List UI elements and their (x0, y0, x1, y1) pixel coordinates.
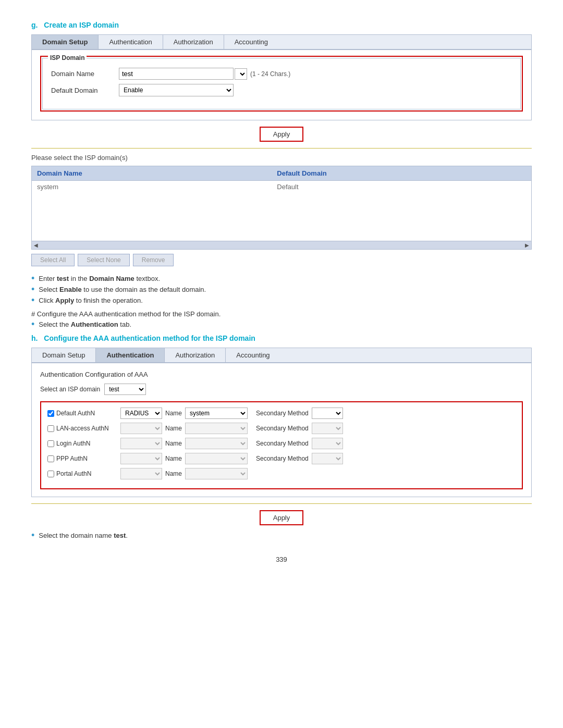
portal-authn-name-label: Name (165, 470, 182, 477)
ppp-authn-method-select[interactable] (120, 453, 162, 464)
bullet-dot-2: • (31, 285, 34, 294)
divider-bottom (31, 503, 532, 504)
lan-authn-name-select[interactable] (185, 423, 248, 434)
ppp-secondary-label: Secondary Method (256, 455, 309, 462)
instruction-text: Please select the ISP domain(s) (31, 154, 532, 162)
login-authn-name-label: Name (165, 440, 182, 447)
table-header-row: Domain Name Default Domain (32, 166, 531, 181)
bullet-dot-h1: • (31, 530, 34, 540)
lan-authn-method-select[interactable] (120, 423, 162, 434)
table-row-empty-3 (32, 217, 531, 229)
isp-domain-panel: ISP Domain Domain Name ▼ (1 - 24 Chars.)… (31, 50, 532, 120)
tab-domain-setup-top[interactable]: Domain Setup (32, 35, 99, 49)
bullet-g-1-text: Enter test in the Domain Name textbox. (39, 275, 160, 282)
ppp-authn-checkbox-label: PPP AuthN (47, 455, 120, 462)
tab-bar-h: Domain Setup Authentication Authorizatio… (31, 348, 532, 363)
section-h-heading: h. Configure the AAA authentication meth… (31, 334, 532, 342)
domain-name-hint: (1 - 24 Chars.) (250, 70, 290, 78)
section-h-letter: h. (31, 334, 38, 342)
login-secondary-select[interactable] (312, 438, 343, 449)
lan-secondary-select[interactable] (312, 423, 343, 434)
bullet-g-3: • Click Apply to finish the operation. (31, 297, 532, 305)
tab-accounting-h[interactable]: Accounting (226, 348, 280, 362)
apply-button-top[interactable]: Apply (260, 127, 304, 142)
default-authn-method-select[interactable]: RADIUS (120, 408, 162, 419)
scroll-bar[interactable]: ◀ ▶ (32, 241, 531, 249)
cell-default-domain: Default (272, 181, 531, 193)
lan-authn-label: LAN-access AuthN (56, 425, 109, 432)
cell-domain-name: system (32, 181, 272, 193)
scroll-left-arrow[interactable]: ◀ (34, 242, 38, 248)
lan-authn-checkbox[interactable] (47, 425, 54, 432)
bullet-g-2: • Select Enable to use the domain as the… (31, 286, 532, 294)
tab-domain-setup-h[interactable]: Domain Setup (32, 348, 96, 362)
portal-authn-checkbox[interactable] (47, 471, 54, 477)
default-domain-row: Default Domain Enable Disable (51, 84, 512, 96)
isp-domain-fieldset: ISP Domain Domain Name ▼ (1 - 24 Chars.)… (42, 58, 521, 109)
default-authn-checkbox[interactable] (47, 410, 54, 417)
domain-table-scroll[interactable]: Domain Name Default Domain system Defaul… (32, 166, 531, 241)
default-secondary-label: Secondary Method (256, 410, 309, 417)
tab-authentication-h[interactable]: Authentication (96, 348, 165, 362)
bullet-dot-1: • (31, 274, 34, 283)
table-row[interactable]: system Default (32, 181, 531, 193)
section-h-title: Configure the AAA authentication method … (44, 334, 255, 342)
aaa-form-panel: Authentication Configuration of AAA Sele… (31, 363, 532, 497)
col-domain-name: Domain Name (32, 166, 272, 181)
table-row-empty-4 (32, 229, 531, 241)
domain-name-row: Domain Name ▼ (1 - 24 Chars.) (51, 68, 512, 80)
login-authn-checkbox-label: Login AuthN (47, 440, 120, 447)
aaa-row-portal: Portal AuthN Name (47, 468, 516, 479)
bullet-dot-3: • (31, 295, 34, 305)
default-secondary-select[interactable] (312, 408, 343, 419)
login-authn-checkbox[interactable] (47, 440, 54, 447)
bullet-auth-tab: • Select the Authentication tab. (31, 320, 532, 329)
default-domain-label: Default Domain (51, 87, 119, 94)
tab-accounting-top[interactable]: Accounting (224, 35, 278, 49)
tab-authorization-h[interactable]: Authorization (165, 348, 226, 362)
scroll-right-arrow[interactable]: ▶ (525, 242, 529, 248)
domain-selector-row: Select an ISP domain test (40, 384, 523, 395)
login-authn-label: Login AuthN (56, 440, 90, 447)
bullet-g-1: • Enter test in the Domain Name textbox. (31, 275, 532, 283)
bullet-g-3-text: Click Apply to finish the operation. (39, 297, 142, 304)
ppp-secondary-select[interactable] (312, 453, 343, 464)
portal-authn-method-select[interactable] (120, 468, 162, 479)
ppp-authn-checkbox[interactable] (47, 455, 54, 462)
tab-authentication-top[interactable]: Authentication (99, 35, 163, 49)
portal-authn-checkbox-label: Portal AuthN (47, 470, 120, 477)
default-authn-name-label: Name (165, 410, 182, 417)
domain-name-input[interactable] (119, 68, 234, 80)
domain-name-select-arrow[interactable]: ▼ (235, 68, 247, 80)
portal-authn-name-select[interactable] (185, 468, 248, 479)
ppp-authn-label: PPP AuthN (56, 455, 88, 462)
tab-authorization-top[interactable]: Authorization (163, 35, 224, 49)
page-number: 339 (31, 556, 532, 563)
divider-top (31, 148, 532, 149)
login-secondary-label: Secondary Method (256, 440, 309, 447)
default-authn-label: Default AuthN (56, 410, 95, 417)
section-g-letter: g. (31, 21, 38, 29)
ppp-authn-name-label: Name (165, 455, 182, 462)
lan-secondary-label: Secondary Method (256, 425, 309, 432)
isp-domain-legend: ISP Domain (48, 54, 87, 61)
remove-button[interactable]: Remove (133, 254, 174, 266)
domain-table-wrapper: Domain Name Default Domain system Defaul… (31, 166, 532, 250)
select-all-button[interactable]: Select All (31, 254, 75, 266)
section-g-title: Create an ISP domain (44, 21, 119, 29)
action-buttons: Select All Select None Remove (31, 254, 532, 266)
select-none-button[interactable]: Select None (78, 254, 129, 266)
bullet-list-h: • Select the domain name test. (31, 532, 532, 540)
bullet-auth-text: Select the Authentication tab. (39, 320, 131, 328)
default-authn-name-select[interactable]: system (185, 408, 248, 419)
select-domain-dropdown[interactable]: test (104, 384, 146, 395)
apply-button-bottom[interactable]: Apply (260, 510, 304, 525)
login-authn-method-select[interactable] (120, 438, 162, 449)
ppp-authn-name-select[interactable] (185, 453, 248, 464)
default-domain-select[interactable]: Enable Disable (119, 84, 234, 96)
domain-name-label: Domain Name (51, 70, 119, 78)
select-domain-label: Select an ISP domain (40, 386, 100, 393)
login-authn-name-select[interactable] (185, 438, 248, 449)
hash-text: # Configure the AAA authentication metho… (31, 310, 532, 318)
aaa-row-lan: LAN-access AuthN Name Secondary Method (47, 423, 516, 434)
